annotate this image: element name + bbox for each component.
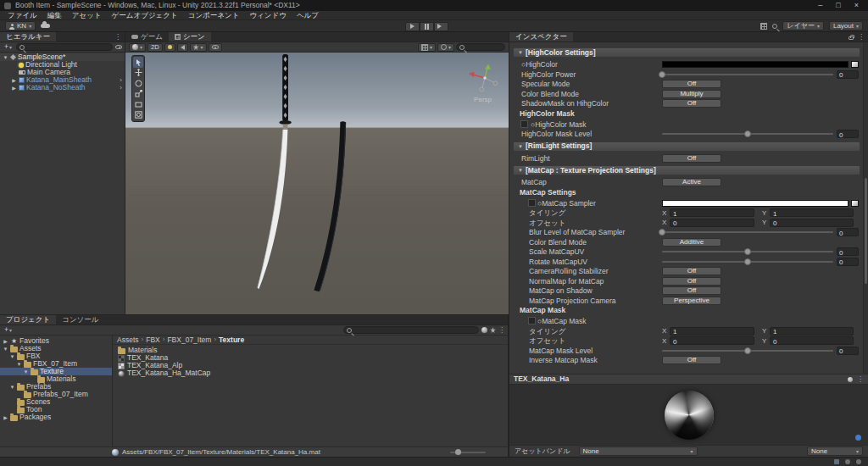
- transform-tool-button[interactable]: [133, 110, 143, 121]
- panel-menu-icon[interactable]: ⋮: [858, 34, 865, 41]
- create-asset-button[interactable]: + ▾: [3, 326, 14, 334]
- texture-thumbnail[interactable]: [520, 120, 528, 128]
- assetbundle-variant-dropdown[interactable]: None ▾: [807, 447, 863, 456]
- material-preview[interactable]: [509, 385, 868, 445]
- undo-history-icon[interactable]: [760, 23, 767, 30]
- slider[interactable]: [662, 74, 833, 75]
- toggle-button[interactable]: Off: [662, 80, 721, 88]
- texture-thumbnail[interactable]: [528, 199, 536, 207]
- toggle-button[interactable]: Multiply: [662, 90, 721, 98]
- shading-mode-dropdown[interactable]: ▾: [129, 43, 146, 52]
- fold-arrow-icon[interactable]: ▼: [9, 385, 15, 390]
- play-button[interactable]: [405, 22, 420, 31]
- zoom-slider-knob[interactable]: [455, 449, 461, 455]
- slider-knob[interactable]: [659, 229, 665, 236]
- value-field[interactable]: 0: [837, 247, 859, 256]
- value-field[interactable]: 0: [837, 228, 859, 236]
- color-picker-icon[interactable]: [851, 61, 859, 68]
- thumbnail-zoom-slider[interactable]: [450, 452, 486, 453]
- scene-search-input[interactable]: [466, 43, 502, 51]
- toggle-button[interactable]: Off: [662, 356, 721, 364]
- lock-icon[interactable]: [849, 36, 854, 40]
- menu-item[interactable]: アセット: [67, 12, 107, 19]
- project-tree-item[interactable]: Toon: [0, 406, 112, 413]
- value-field[interactable]: 0: [837, 130, 859, 138]
- menu-item[interactable]: ウィンドウ: [244, 12, 292, 19]
- slider-knob[interactable]: [744, 258, 751, 265]
- toggle-button[interactable]: Off: [662, 267, 721, 275]
- project-tree-item[interactable]: ▶★Favorites: [0, 337, 112, 345]
- lighting-toggle[interactable]: [164, 43, 175, 52]
- tab-project[interactable]: プロジェクト: [0, 315, 56, 325]
- slider-knob[interactable]: [744, 130, 751, 137]
- fold-arrow-icon[interactable]: ▼: [3, 55, 8, 60]
- color-swatch[interactable]: [662, 61, 849, 68]
- fold-arrow-icon[interactable]: ▼: [16, 362, 22, 367]
- project-tree-item[interactable]: Materials: [0, 375, 112, 383]
- scene-viewport[interactable]: Persp: [125, 53, 509, 314]
- project-tree-item[interactable]: ▼Assets: [0, 345, 112, 352]
- toggle-button[interactable]: Perspective: [662, 297, 721, 305]
- x-value-field[interactable]: 0: [670, 336, 754, 345]
- fold-arrow-icon[interactable]: ▼: [23, 369, 29, 374]
- console-status-icon[interactable]: [834, 459, 839, 464]
- tab-inspector[interactable]: インスペクター: [509, 32, 573, 42]
- texture-thumbnail[interactable]: [528, 317, 536, 325]
- maximize-button[interactable]: □: [836, 2, 840, 9]
- value-field[interactable]: 0: [837, 258, 859, 266]
- fold-arrow-icon[interactable]: ▼: [9, 354, 15, 359]
- slider[interactable]: [662, 231, 833, 233]
- assetbundle-dropdown[interactable]: None ▾: [579, 447, 698, 456]
- notifications-icon[interactable]: [856, 459, 861, 464]
- info-badge-icon[interactable]: [855, 435, 861, 441]
- fold-arrow-icon[interactable]: ▶: [3, 339, 8, 344]
- slider[interactable]: [662, 261, 833, 263]
- toggle-button[interactable]: Off: [662, 286, 721, 295]
- slider[interactable]: [662, 133, 833, 135]
- project-tree-item[interactable]: Prefabs_07_Item: [0, 391, 112, 398]
- breadcrumb-item[interactable]: FBX_07_Item: [167, 336, 211, 344]
- katana-sheathed-object[interactable]: [314, 121, 346, 291]
- inspector-section-header[interactable]: ▼[MatCap : Texture Projection Settings]: [513, 165, 860, 175]
- slider[interactable]: [662, 350, 833, 352]
- breadcrumb-item[interactable]: FBX: [146, 336, 160, 344]
- preview-sphere[interactable]: [665, 391, 714, 440]
- hierarchy-search[interactable]: [16, 43, 113, 51]
- hierarchy-search-input[interactable]: [26, 43, 109, 51]
- value-field[interactable]: 0: [837, 70, 859, 79]
- color-picker-icon[interactable]: [851, 200, 859, 207]
- activity-icon[interactable]: [845, 459, 850, 464]
- value-field[interactable]: 0: [837, 347, 859, 355]
- y-value-field[interactable]: 0: [770, 336, 854, 345]
- toggle-button[interactable]: Active: [662, 178, 721, 186]
- search-by-label-icon[interactable]: [490, 327, 496, 333]
- x-value-field[interactable]: 1: [670, 327, 754, 336]
- rotate-tool-button[interactable]: [133, 78, 143, 89]
- scene-visibility-icon[interactable]: [115, 45, 122, 49]
- minimize-button[interactable]: –: [818, 2, 822, 9]
- project-tree-item[interactable]: Scenes: [0, 398, 112, 406]
- slider[interactable]: [662, 251, 833, 252]
- project-tree-item[interactable]: ▶Packages: [0, 413, 112, 421]
- prefab-open-arrow-icon[interactable]: ›: [120, 77, 125, 84]
- slider-knob[interactable]: [744, 248, 751, 255]
- search-by-type-icon[interactable]: [481, 327, 487, 333]
- fold-arrow-icon[interactable]: ▶: [11, 78, 17, 83]
- panel-menu-icon[interactable]: ⋮: [114, 34, 121, 41]
- account-dropdown[interactable]: KN ▾: [5, 21, 36, 31]
- x-value-field[interactable]: 1: [670, 208, 754, 217]
- create-object-button[interactable]: + ▾: [3, 43, 14, 51]
- scrollbar-thumb[interactable]: [865, 178, 867, 284]
- menu-item[interactable]: ヘルプ: [292, 12, 324, 19]
- audio-toggle[interactable]: [177, 43, 188, 52]
- search-icon[interactable]: [772, 24, 777, 29]
- cloud-services-icon[interactable]: [41, 24, 50, 28]
- hidden-objects-toggle[interactable]: [209, 43, 222, 52]
- camera-projection-label[interactable]: Persp: [474, 97, 492, 103]
- fold-arrow-icon[interactable]: ▶: [11, 86, 17, 91]
- file-item[interactable]: TEX_Katana_Ha_MatCap: [113, 369, 508, 377]
- layers-dropdown[interactable]: レイヤー ▾: [782, 21, 824, 31]
- slider-knob[interactable]: [744, 347, 751, 354]
- toggle-button[interactable]: Additive: [662, 238, 721, 247]
- layout-dropdown[interactable]: Layout ▾: [829, 21, 863, 31]
